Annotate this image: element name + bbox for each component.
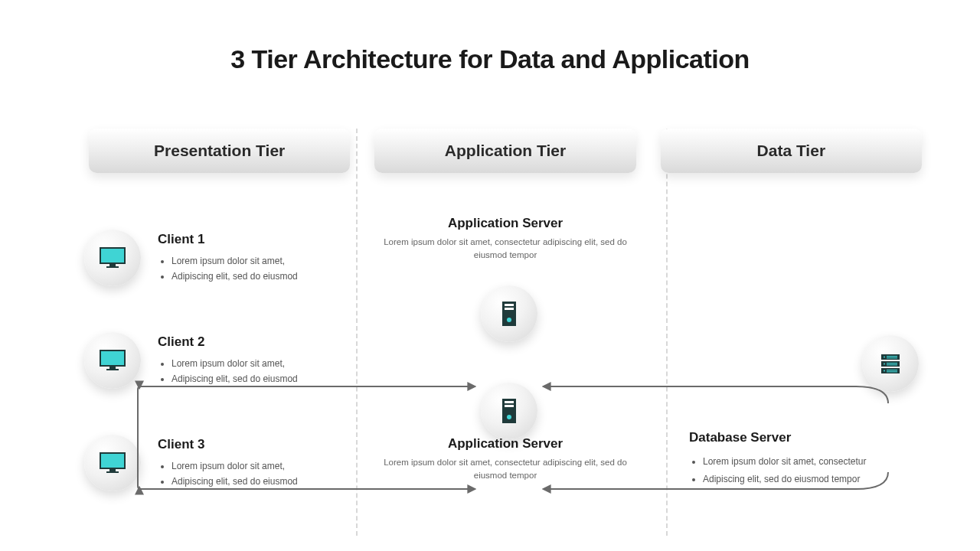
monitor-icon [84,230,141,286]
server-icon [481,285,537,342]
svg-rect-2 [106,266,119,268]
database-server-title: Database Server [689,430,942,445]
tier-application-header: Application Tier [374,129,635,173]
client-title: Client 2 [158,334,298,350]
svg-point-16 [507,415,511,419]
tier-divider [356,129,358,536]
svg-rect-28 [887,371,897,372]
svg-rect-3 [100,350,125,366]
client-row: Client 1 Lorem ipsum dolor sit amet, Adi… [84,230,345,286]
svg-point-22 [884,364,885,365]
client-bullets: Lorem ipsum dolor sit amet, Adipiscing e… [172,458,298,490]
svg-rect-23 [887,363,897,364]
database-server-bullets: Lorem ipsum dolor sit amet, consectetur … [703,453,942,488]
client-title: Client 1 [158,232,298,247]
svg-point-12 [507,318,511,322]
tier-data-header: Data Tier [661,129,922,173]
tier-presentation-header: Presentation Tier [89,129,350,173]
tier-headers-row: Presentation Tier Application Tier Data … [77,129,934,173]
svg-rect-15 [505,405,514,407]
svg-rect-19 [887,356,897,357]
svg-rect-27 [887,370,897,370]
svg-rect-14 [505,401,514,403]
monitor-icon [84,332,141,389]
database-server-block: Database Server Lorem ipsum dolor sit am… [689,430,942,488]
client-title: Client 3 [158,437,298,452]
page-title: 3 Tier Architecture for Data and Applica… [0,44,980,74]
app-server-title: Application Server [368,216,643,231]
svg-rect-24 [887,364,897,365]
client-row: Client 2 Lorem ipsum dolor sit amet, Adi… [84,332,345,389]
app-server-block: Application Server Lorem ipsum dolor sit… [368,436,643,483]
server-icon [481,383,537,439]
svg-rect-7 [109,468,116,471]
svg-rect-11 [505,308,514,310]
app-server-desc: Lorem ipsum dolor sit amet, consectetur … [368,456,643,483]
svg-rect-20 [887,357,897,358]
svg-rect-0 [100,248,125,263]
svg-rect-1 [109,263,116,266]
database-icon [862,335,919,392]
app-server-desc: Lorem ipsum dolor sit amet, consectetur … [368,236,643,262]
svg-rect-10 [505,304,514,306]
app-server-block: Application Server Lorem ipsum dolor sit… [368,216,643,262]
svg-rect-4 [109,366,116,369]
tier-divider [666,129,668,536]
svg-rect-5 [106,369,119,370]
svg-point-26 [884,370,885,372]
svg-point-18 [884,357,885,358]
svg-rect-8 [106,471,119,473]
client-bullets: Lorem ipsum dolor sit amet, Adipiscing e… [172,356,298,387]
client-bullets: Lorem ipsum dolor sit amet, Adipiscing e… [172,253,298,285]
monitor-icon [84,435,141,491]
svg-rect-6 [100,453,125,468]
client-row: Client 3 Lorem ipsum dolor sit amet, Adi… [84,435,345,491]
